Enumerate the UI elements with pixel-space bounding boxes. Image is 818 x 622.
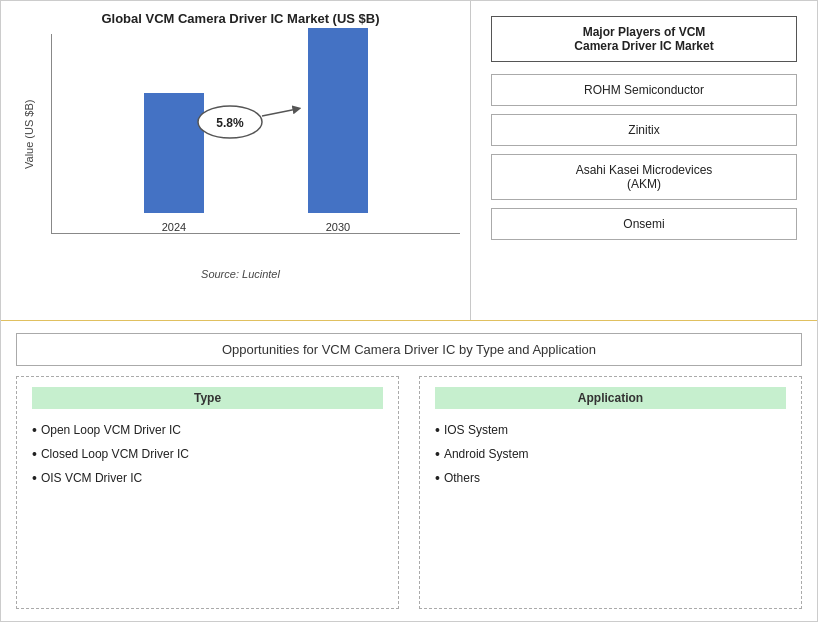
type-item-3: • OIS VCM Driver IC	[32, 469, 383, 487]
players-area: Major Players of VCMCamera Driver IC Mar…	[471, 1, 817, 320]
bar-2030	[308, 28, 368, 213]
bottom-section: Opportunities for VCM Camera Driver IC b…	[1, 321, 817, 621]
annotation-svg: 5.8%	[192, 104, 312, 144]
type-item-1: • Open Loop VCM Driver IC	[32, 421, 383, 439]
bullet-icon-2: •	[32, 445, 37, 463]
svg-line-2	[262, 109, 297, 116]
source-text: Source: Lucintel	[21, 268, 460, 280]
bullet-icon-5: •	[435, 445, 440, 463]
player-rohm: ROHM Semiconductor	[491, 74, 797, 106]
type-item-2: • Closed Loop VCM Driver IC	[32, 445, 383, 463]
y-axis-label: Value (US $B)	[23, 34, 35, 234]
player-onsemi: Onsemi	[491, 208, 797, 240]
player-akm: Asahi Kasei Microdevices(AKM)	[491, 154, 797, 200]
chart-title: Global VCM Camera Driver IC Market (US $…	[21, 11, 460, 26]
bars-container: 5.8% 2	[51, 34, 460, 234]
opportunities-body: Type • Open Loop VCM Driver IC • Closed …	[16, 376, 802, 609]
bar-group-2030: 2030	[308, 28, 368, 233]
bullet-icon-6: •	[435, 469, 440, 487]
app-item-3: • Others	[435, 469, 786, 487]
players-title: Major Players of VCMCamera Driver IC Mar…	[491, 16, 797, 62]
svg-text:5.8%: 5.8%	[216, 116, 244, 130]
bullet-icon-3: •	[32, 469, 37, 487]
main-container: Global VCM Camera Driver IC Market (US $…	[0, 0, 818, 622]
opportunities-title: Opportunities for VCM Camera Driver IC b…	[16, 333, 802, 366]
type-column: Type • Open Loop VCM Driver IC • Closed …	[16, 376, 399, 609]
type-column-title: Type	[32, 387, 383, 409]
bar-label-2030: 2030	[326, 221, 350, 233]
top-section: Global VCM Camera Driver IC Market (US $…	[1, 1, 817, 321]
app-item-1: • IOS System	[435, 421, 786, 439]
player-zinitix: Zinitix	[491, 114, 797, 146]
application-column-title: Application	[435, 387, 786, 409]
bullet-icon-1: •	[32, 421, 37, 439]
chart-area: Global VCM Camera Driver IC Market (US $…	[1, 1, 471, 320]
chart-inner: 5.8% 2	[51, 34, 460, 264]
application-column: Application • IOS System • Android Syste…	[419, 376, 802, 609]
bullet-icon-4: •	[435, 421, 440, 439]
chart-wrapper: Value (US $B) 5.8%	[51, 34, 460, 264]
bar-label-2024: 2024	[162, 221, 186, 233]
app-item-2: • Android System	[435, 445, 786, 463]
